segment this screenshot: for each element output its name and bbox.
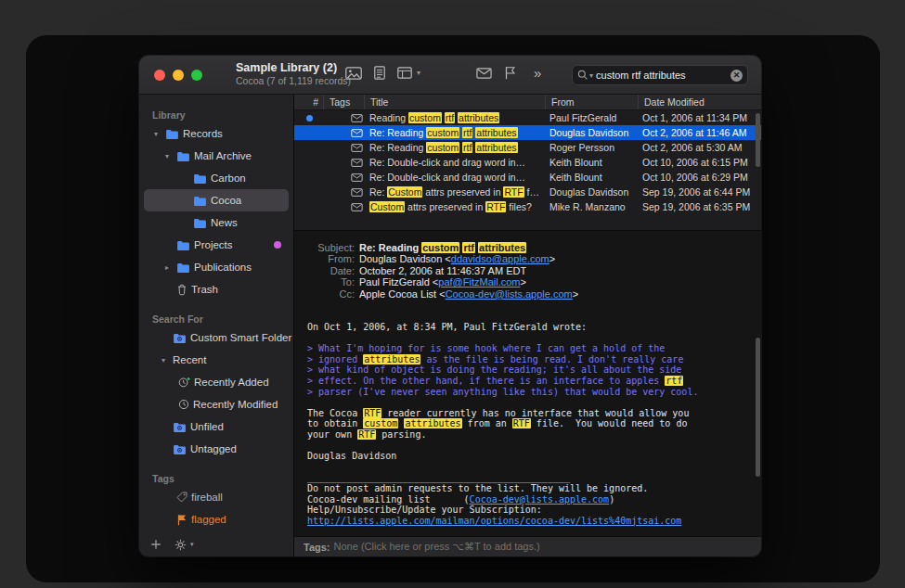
body-line: [307, 462, 748, 473]
section-header-library: Library: [144, 108, 289, 122]
flag-icon: [176, 514, 187, 526]
sidebar-item-tag-fireball[interactable]: fireball: [144, 486, 289, 508]
chevron-down-icon[interactable]: ▾: [190, 541, 194, 548]
body-line: Help/Unsubscribe/Update your Subscriptio…: [307, 505, 748, 516]
sidebar-item-publications[interactable]: ▸ Publications: [144, 256, 289, 278]
tag-bar[interactable]: Tags: None (Click here or press ⌥⌘T to a…: [294, 536, 761, 556]
unread-badge: [274, 241, 281, 249]
close-button[interactable]: [154, 70, 165, 81]
sidebar-item-carbon[interactable]: Carbon: [144, 167, 289, 189]
folder-icon: [165, 129, 179, 139]
link[interactable]: Cocoa-dev@lists.apple.com: [470, 494, 610, 505]
sidebar-item-recent[interactable]: ▾ Recent: [144, 349, 289, 371]
chevron-down-icon[interactable]: ▾: [150, 130, 162, 138]
photo-viewer-icon[interactable]: [345, 67, 362, 80]
text-segment: October 2, 2006 at 11:46:37 AM EDT: [359, 265, 526, 276]
sidebar-item-untagged[interactable]: Untagged: [144, 438, 289, 460]
text-segment: custom: [363, 418, 398, 428]
row-date: Sep 19, 2006 at 6:44 PM: [639, 186, 761, 198]
text-segment: > effect. On the other hand, if there is…: [307, 376, 665, 386]
body-line: Cocoa-dev mailing list (Cocoa-dev@lists.…: [307, 494, 748, 505]
column-header-tags[interactable]: Tags: [324, 95, 365, 109]
sidebar-item-projects[interactable]: Projects: [144, 234, 289, 256]
clear-search-icon[interactable]: ✕: [730, 70, 743, 82]
table-header: # Tags Title From Date Modified: [294, 95, 761, 110]
sidebar-item-label: Carbon: [211, 173, 246, 184]
column-header-date-modified[interactable]: Date Modified: [639, 95, 761, 109]
text-segment: rtf: [462, 127, 472, 138]
text-segment: Reading: [369, 112, 408, 123]
text-segment: rtf: [462, 142, 472, 153]
table-row-selected[interactable]: Re: Reading custom rtf attributes Dougla…: [294, 125, 761, 140]
search-icon: [577, 70, 588, 81]
sidebar-item-cocoa[interactable]: Cocoa: [144, 189, 289, 211]
body-line: Douglas Davidson: [307, 451, 748, 462]
chevron-down-icon[interactable]: ▾: [417, 69, 420, 77]
titlebar: Sample Library (2) Cocoa (7 of 1,119 rec…: [139, 56, 761, 95]
body-line: The Cocoa RTF reader currently has no in…: [307, 408, 748, 419]
table-row[interactable]: Custom attrs preserved in RTF files? Mik…: [294, 199, 761, 214]
body-line: > effect. On the other hand, if there is…: [307, 376, 748, 387]
sidebar-item-news[interactable]: News: [144, 211, 289, 234]
text-segment: file. You would need to do: [531, 418, 688, 428]
text-segment: RTF: [503, 186, 524, 198]
chevron-down-icon[interactable]: ▾: [162, 152, 173, 160]
column-header-title[interactable]: Title: [365, 95, 546, 109]
text-segment: f…: [524, 186, 539, 198]
message-scrollbar-thumb[interactable]: [756, 338, 760, 477]
sidebar-item-recently-modified[interactable]: Recently Modified: [144, 393, 289, 415]
flag-icon[interactable]: [504, 66, 516, 80]
sidebar-item-recently-added[interactable]: Recently Added: [144, 371, 289, 393]
sidebar-item-trash[interactable]: Trash: [144, 278, 289, 300]
sidebar-item-label: Untagged: [190, 443, 237, 454]
table-row[interactable]: Reading custom rtf attributes Paul FitzG…: [294, 110, 761, 125]
body-line: On Oct 1, 2006, at 8:34 PM, Paul FitzGer…: [307, 322, 748, 333]
table-row[interactable]: Re: Double-click and drag word in… Keith…: [294, 155, 761, 170]
sidebar-item-records[interactable]: ▾ Records: [144, 122, 289, 145]
minimize-button[interactable]: [173, 70, 184, 81]
sidebar-item-custom-smart-folder[interactable]: Custom Smart Folder: [144, 326, 289, 349]
sidebar-item-tag-flagged[interactable]: flagged: [144, 508, 289, 530]
link[interactable]: paf@FitzMail.com: [438, 276, 520, 288]
viewer-layout-icon[interactable]: [397, 67, 412, 79]
sidebar-item-label: Trash: [191, 284, 218, 295]
table-scrollbar-thumb[interactable]: [756, 113, 760, 167]
tags-value[interactable]: None (Click here or press ⌥⌘T to add tag…: [334, 541, 540, 553]
column-header-from[interactable]: From: [546, 95, 639, 109]
table-row[interactable]: Re: Custom attrs preserved in RTF f… Dou…: [294, 185, 761, 199]
link[interactable]: ddavidso@apple.com: [451, 253, 549, 264]
record-list: Reading custom rtf attributes Paul FitzG…: [294, 110, 761, 214]
chevron-right-icon[interactable]: ▸: [162, 263, 173, 272]
search-field[interactable]: ▾ custom rtf attributes ✕: [572, 65, 748, 85]
body-line: > parser (I've never seen anything like …: [307, 387, 748, 398]
search-scope-chevron-icon[interactable]: ▾: [589, 71, 593, 80]
row-title: Re: Custom attrs preserved in RTF f…: [365, 186, 546, 198]
text-segment: attributes: [404, 418, 461, 428]
toolbar-overflow-icon[interactable]: »: [534, 65, 541, 81]
table-row[interactable]: Re: Reading custom rtf attributes Roger …: [294, 140, 761, 155]
add-record-button[interactable]: [150, 539, 162, 550]
text-segment: Apple Cocoa List <: [359, 288, 446, 300]
sidebar-item-mail-archive[interactable]: ▾ Mail Archive: [144, 145, 289, 167]
body-line: ________________________________________…: [307, 472, 748, 483]
action-menu-button[interactable]: [175, 539, 187, 551]
envelope-icon: [351, 159, 363, 167]
text-segment: from an: [462, 418, 512, 428]
chevron-down-icon[interactable]: ▾: [158, 356, 169, 364]
mail-icon[interactable]: [476, 68, 492, 79]
link[interactable]: Cocoa-dev@lists.apple.com: [446, 288, 573, 300]
text-segment: Custom: [369, 201, 405, 212]
folder-icon: [176, 240, 190, 250]
envelope-icon: [351, 188, 363, 197]
document-icon[interactable]: [374, 66, 385, 80]
header-label-date: Date:: [300, 265, 359, 276]
link[interactable]: http://lists.apple.com/mailman/options/c…: [307, 516, 681, 526]
table-row[interactable]: Re: Double-click and drag word in… Keith…: [294, 170, 761, 185]
body-line: > ignored attributes as the file is bein…: [307, 354, 748, 365]
text-segment: rtf: [462, 242, 475, 253]
column-header-number[interactable]: #: [294, 95, 324, 109]
search-input[interactable]: custom rtf attributes: [596, 70, 728, 81]
sidebar-item-unfiled[interactable]: Unfiled: [144, 415, 289, 438]
text-segment: Help/Unsubscribe/Update your Subscriptio…: [307, 505, 542, 515]
zoom-button[interactable]: [191, 70, 202, 81]
